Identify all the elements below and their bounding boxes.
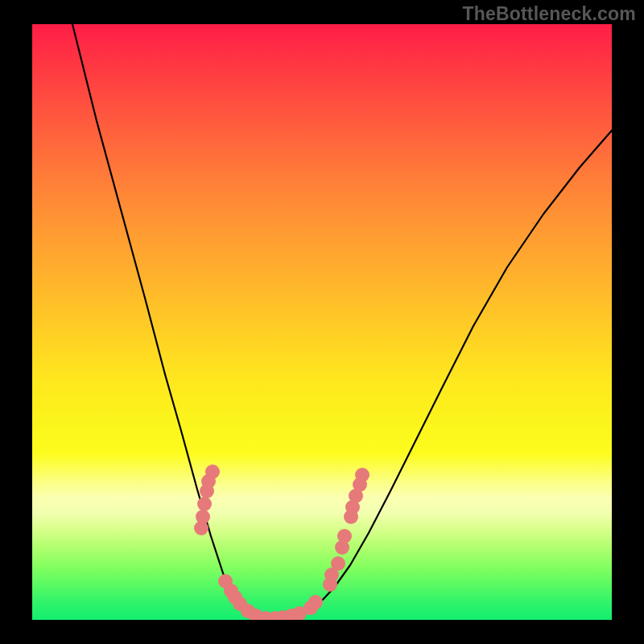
- data-marker: [197, 497, 212, 511]
- data-marker: [355, 468, 369, 482]
- data-marker: [308, 595, 323, 609]
- data-markers: [32, 24, 612, 620]
- chart-frame: TheBottleneck.com: [0, 0, 644, 644]
- data-marker: [196, 510, 210, 524]
- watermark-label: TheBottleneck.com: [462, 3, 636, 25]
- data-marker: [205, 464, 220, 479]
- data-marker: [331, 556, 345, 571]
- plot-area: [32, 24, 612, 620]
- data-marker: [337, 529, 352, 543]
